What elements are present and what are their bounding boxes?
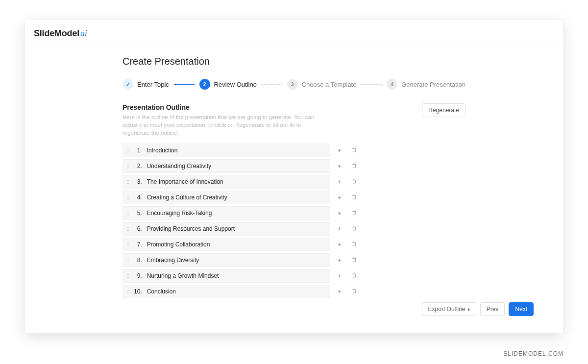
outline-item[interactable]: ::1.Introduction: [122, 144, 330, 157]
outline-item[interactable]: ::6.Providing Resources and Support: [122, 222, 330, 236]
row-actions: ＋: [333, 208, 360, 218]
delete-item-button[interactable]: [350, 239, 358, 250]
outline-list: ::1.Introduction＋::2.Understanding Creat…: [122, 144, 360, 298]
outline-row: ::8.Embracing Diversity＋: [122, 253, 360, 267]
delete-item-button[interactable]: [350, 255, 358, 266]
outline-ordinal: 5.: [133, 210, 142, 217]
outline-item-title: Providing Resources and Support: [147, 225, 235, 232]
step-review-outline[interactable]: 2 Review Outline: [199, 79, 257, 90]
outline-item-title: Embracing Diversity: [147, 257, 199, 264]
add-item-button[interactable]: ＋: [335, 239, 343, 250]
outline-header: Presentation Outline Here is the outline…: [122, 103, 466, 137]
delete-item-button[interactable]: [350, 145, 358, 156]
outline-item[interactable]: ::2.Understanding Creativity: [122, 159, 330, 173]
step-choose-template[interactable]: 3 Choose a Template: [287, 79, 357, 90]
outline-item-title: Promoting Collaboration: [147, 241, 210, 248]
add-item-button[interactable]: ＋: [335, 192, 343, 203]
outline-ordinal: 9.: [133, 272, 142, 279]
stepper-connector: [262, 84, 282, 85]
outline-item[interactable]: ::8.Embracing Diversity: [122, 253, 330, 267]
row-actions: ＋: [333, 239, 360, 250]
drag-handle-icon[interactable]: ::: [127, 241, 128, 248]
drag-handle-icon[interactable]: ::: [127, 272, 128, 279]
delete-item-button[interactable]: [350, 161, 358, 171]
outline-ordinal: 7.: [133, 241, 142, 248]
stepper: ✓ Enter Topic 2 Review Outline 3 Choose …: [122, 79, 466, 90]
step-label: Choose a Template: [302, 81, 357, 88]
outline-item[interactable]: ::7.Promoting Collaboration: [122, 238, 330, 251]
row-actions: ＋: [333, 176, 360, 187]
stepper-connector: [361, 84, 382, 85]
row-actions: ＋: [333, 192, 360, 203]
drag-handle-icon[interactable]: ::: [127, 257, 128, 264]
delete-item-button[interactable]: [350, 192, 358, 203]
next-button[interactable]: Next: [509, 302, 534, 316]
step-enter-topic[interactable]: ✓ Enter Topic: [122, 79, 169, 90]
outline-item[interactable]: ::3.The Importance of Innovation: [122, 175, 330, 189]
add-item-button[interactable]: ＋: [335, 176, 343, 187]
row-actions: ＋: [333, 270, 360, 281]
outline-ordinal: 3.: [133, 178, 142, 185]
outline-item[interactable]: ::4.Creating a Culture of Creativity: [122, 191, 330, 204]
add-item-button[interactable]: ＋: [335, 286, 343, 297]
outline-item-title: Introduction: [147, 147, 178, 154]
delete-item-button[interactable]: [350, 270, 358, 281]
brand-suffix: ai: [80, 28, 87, 38]
outline-row: ::10.Conclusion＋: [122, 285, 360, 298]
outline-ordinal: 2.: [133, 163, 142, 170]
prev-button[interactable]: Prev: [480, 302, 505, 316]
outline-row: ::6.Providing Resources and Support＋: [122, 222, 360, 236]
watermark: SLIDEMODEL.COM: [503, 350, 564, 357]
row-actions: ＋: [333, 145, 360, 156]
delete-item-button[interactable]: [350, 223, 358, 234]
step-number: 4: [387, 79, 397, 90]
drag-handle-icon[interactable]: ::: [127, 288, 128, 295]
outline-item-title: The Importance of Innovation: [147, 178, 223, 185]
delete-item-button[interactable]: [350, 208, 358, 218]
outline-item-title: Encouraging Risk-Taking: [147, 210, 212, 217]
brand-name: SlideModel: [34, 28, 79, 38]
outline-item-title: Understanding Creativity: [147, 163, 211, 170]
row-actions: ＋: [333, 223, 360, 234]
step-number: 3: [287, 79, 298, 90]
outline-item[interactable]: ::9.Nurturing a Growth Mindset: [122, 269, 330, 283]
outline-item[interactable]: ::5.Encouraging Risk-Taking: [122, 206, 330, 220]
regenerate-button[interactable]: Regenerate: [422, 103, 466, 117]
app-window: SlideModelai Create Presentation ✓ Enter…: [24, 20, 564, 333]
drag-handle-icon[interactable]: ::: [127, 178, 128, 185]
add-item-button[interactable]: ＋: [335, 145, 343, 156]
delete-item-button[interactable]: [350, 176, 358, 187]
outline-row: ::3.The Importance of Innovation＋: [122, 175, 360, 189]
outline-item[interactable]: ::10.Conclusion: [122, 285, 330, 298]
drag-handle-icon[interactable]: ::: [127, 194, 128, 201]
drag-handle-icon[interactable]: ::: [127, 147, 128, 154]
add-item-button[interactable]: ＋: [335, 223, 343, 234]
outline-ordinal: 4.: [133, 194, 142, 201]
drag-handle-icon[interactable]: ::: [127, 225, 128, 232]
export-outline-button[interactable]: Export Outline: [422, 302, 476, 316]
row-actions: ＋: [333, 161, 360, 171]
page-title: Create Presentation: [122, 56, 466, 67]
add-item-button[interactable]: ＋: [335, 161, 343, 171]
stepper-connector: [174, 84, 195, 85]
add-item-button[interactable]: ＋: [335, 270, 343, 281]
brand-logo: SlideModelai: [34, 28, 87, 39]
footer-actions: Export Outline Prev Next: [422, 302, 534, 316]
outline-row: ::9.Nurturing a Growth Mindset＋: [122, 269, 360, 283]
drag-handle-icon[interactable]: ::: [127, 210, 128, 217]
outline-ordinal: 8.: [133, 257, 142, 264]
outline-row: ::4.Creating a Culture of Creativity＋: [122, 191, 360, 204]
outline-title: Presentation Outline: [122, 103, 323, 111]
step-label: Enter Topic: [137, 81, 169, 88]
outline-row: ::1.Introduction＋: [122, 144, 360, 157]
add-item-button[interactable]: ＋: [335, 255, 343, 266]
outline-item-title: Conclusion: [147, 288, 176, 295]
step-generate-presentation[interactable]: 4 Generate Presentation: [387, 79, 466, 90]
delete-item-button[interactable]: [350, 286, 358, 297]
step-label: Review Outline: [214, 81, 257, 88]
step-number: 2: [199, 79, 210, 90]
outline-row: ::2.Understanding Creativity＋: [122, 159, 360, 173]
add-item-button[interactable]: ＋: [335, 208, 343, 218]
drag-handle-icon[interactable]: ::: [127, 163, 128, 170]
outline-ordinal: 10.: [133, 288, 142, 295]
